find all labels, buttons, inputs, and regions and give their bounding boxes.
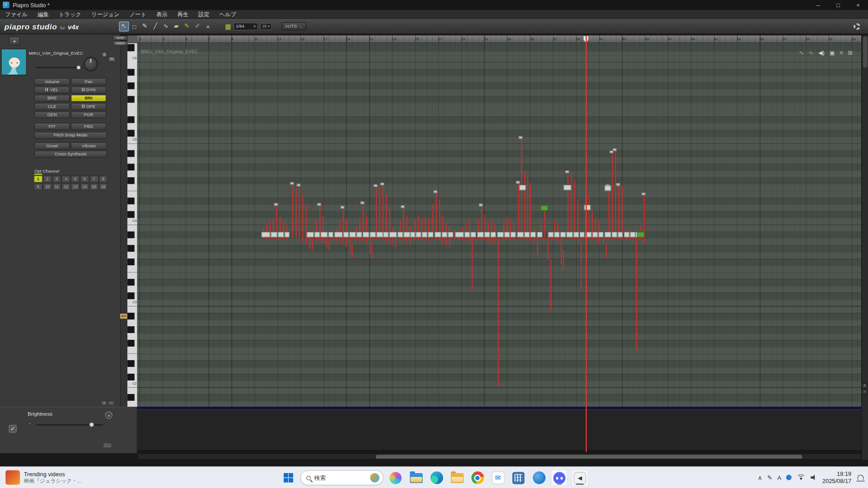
- channel-5[interactable]: 5: [71, 175, 80, 183]
- eraser-tool[interactable]: ▰: [171, 21, 181, 31]
- channel-16[interactable]: 16: [99, 183, 108, 190]
- note-block[interactable]: [321, 232, 328, 237]
- notification-bell-icon[interactable]: [858, 475, 863, 480]
- list-icon[interactable]: ≡: [840, 50, 843, 56]
- auto-param-button[interactable]: a: [105, 412, 113, 419]
- note-block[interactable]: [580, 232, 585, 237]
- gear-icon[interactable]: [854, 23, 860, 30]
- region-strip[interactable]: [137, 407, 862, 410]
- preview-speaker-icon[interactable]: ◀): [818, 50, 825, 56]
- param-button-pbs[interactable]: PBS: [71, 123, 106, 130]
- mute-button[interactable]: m: [108, 56, 116, 62]
- horizontal-scrollbar[interactable]: [137, 453, 862, 460]
- parameter-slider[interactable]: [37, 424, 103, 425]
- menu-item-6[interactable]: 再生: [172, 9, 193, 19]
- note-block[interactable]: [510, 232, 516, 237]
- parameter-mini-button[interactable]: [103, 443, 112, 448]
- menu-item-4[interactable]: ノート: [124, 9, 151, 19]
- track-name[interactable]: MIKU_V4X_Original_EVEC: [29, 51, 100, 56]
- param-button-pan[interactable]: Pan: [71, 78, 106, 85]
- channel-10[interactable]: 10: [43, 183, 52, 190]
- minimize-button[interactable]: ─: [808, 0, 828, 10]
- vertical-zoom-out-button[interactable]: -: [862, 389, 868, 394]
- volume-knob[interactable]: [76, 65, 81, 70]
- tempo-lane-button[interactable]: TEMPO: [113, 41, 127, 46]
- taskbar-app-store[interactable]: [531, 470, 547, 486]
- add-track-button[interactable]: +: [9, 37, 20, 46]
- note-block[interactable]: [497, 232, 504, 237]
- selection-tool[interactable]: □: [129, 21, 139, 31]
- note-block[interactable]: [624, 232, 629, 237]
- parameter-checkbox[interactable]: ✓: [9, 425, 17, 432]
- bluetooth-icon[interactable]: [786, 475, 792, 480]
- weather-widget[interactable]: Trending videos 映画『ジュラシック・...: [5, 470, 81, 485]
- note-block-selected[interactable]: [637, 232, 644, 237]
- chevron-up-icon[interactable]: ∧: [758, 474, 762, 481]
- channel-14[interactable]: 14: [80, 183, 89, 190]
- channel-2[interactable]: 2: [43, 175, 52, 183]
- window-icon[interactable]: ⊞: [848, 50, 852, 56]
- note-block[interactable]: [455, 232, 464, 237]
- menu-item-3[interactable]: リージョン: [86, 9, 124, 19]
- note-block[interactable]: [592, 232, 598, 237]
- panel-zoom-out-button[interactable]: -: [108, 401, 115, 406]
- ime-icon[interactable]: A: [777, 474, 781, 481]
- menu-item-2[interactable]: トラック: [54, 9, 86, 19]
- note-block[interactable]: [271, 232, 278, 237]
- param-button-ope[interactable]: OPE: [71, 103, 106, 110]
- parameter-knob[interactable]: [89, 422, 94, 427]
- layers-icon[interactable]: ▣: [830, 50, 835, 56]
- note-block[interactable]: [471, 232, 476, 237]
- note-block[interactable]: [434, 232, 441, 237]
- note-block[interactable]: [566, 232, 573, 237]
- menu-item-8[interactable]: ヘルプ: [214, 9, 241, 19]
- note-block[interactable]: [370, 232, 376, 237]
- note-block[interactable]: [377, 232, 383, 237]
- note-block[interactable]: [315, 232, 320, 237]
- curve-tool[interactable]: ∿: [161, 21, 171, 31]
- wifi-icon[interactable]: [797, 474, 806, 481]
- note-block[interactable]: [422, 232, 427, 237]
- note-block[interactable]: [630, 232, 635, 237]
- note-block[interactable]: [519, 185, 526, 190]
- grid-icon[interactable]: ▦: [225, 23, 231, 30]
- delete-tool[interactable]: ×: [203, 21, 213, 31]
- note-block[interactable]: [530, 232, 536, 237]
- pointer-tool[interactable]: ↖: [119, 21, 129, 31]
- note-block[interactable]: [548, 232, 553, 237]
- note-block[interactable]: [284, 232, 289, 237]
- taskbar-app-calculator[interactable]: [510, 470, 527, 486]
- channel-12[interactable]: 12: [61, 183, 70, 190]
- piano-roll[interactable]: MIKU_V4X_Original_EVEC ∿∿◀)▣≡⊞: [137, 43, 862, 407]
- taskbar-app-mail[interactable]: ✉: [490, 470, 506, 486]
- note-block[interactable]: [397, 232, 403, 237]
- note-block[interactable]: [410, 232, 415, 237]
- note-block[interactable]: [464, 232, 470, 237]
- vertical-zoom-in-button[interactable]: +: [862, 383, 868, 388]
- param-button-vel[interactable]: VEL: [34, 86, 70, 94]
- note-block[interactable]: [491, 232, 496, 237]
- panel-zoom-in-button[interactable]: +: [101, 401, 108, 406]
- vertical-scrollbar[interactable]: + -: [861, 35, 868, 460]
- parameter-lane[interactable]: [137, 410, 862, 451]
- note-block[interactable]: [604, 232, 611, 237]
- channel-3[interactable]: 3: [52, 175, 61, 183]
- horizontal-scroll-thumb[interactable]: [376, 455, 802, 459]
- pitch-snap-mode-button[interactable]: Pitch Snap Mode: [34, 131, 107, 139]
- vibrato-button[interactable]: Vibrato: [71, 142, 107, 150]
- channel-9[interactable]: 9: [34, 183, 42, 190]
- note-block[interactable]: [363, 232, 369, 237]
- channel-4[interactable]: 4: [61, 175, 70, 183]
- note-block[interactable]: [389, 232, 397, 237]
- note-block[interactable]: [261, 232, 270, 237]
- note-block[interactable]: [618, 232, 623, 237]
- pencil-tool[interactable]: ✎: [140, 21, 150, 31]
- param-button-dyn[interactable]: DYN: [71, 86, 106, 94]
- channel-8[interactable]: 8: [99, 175, 108, 183]
- note-block[interactable]: [428, 232, 434, 237]
- track-avatar[interactable]: [1, 49, 26, 75]
- note-block[interactable]: [574, 232, 579, 237]
- cross-synthesis-button[interactable]: Cross Synthesis: [34, 150, 107, 158]
- note-block[interactable]: [564, 185, 571, 190]
- note-block[interactable]: [524, 232, 530, 237]
